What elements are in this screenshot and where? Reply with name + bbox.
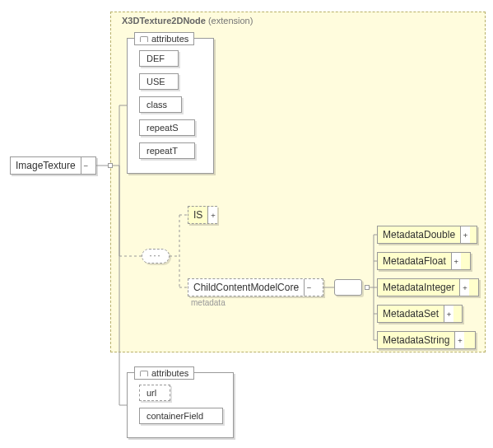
connector-stub [108,163,113,168]
node-child-content-model-core[interactable]: ChildContentModelCore − [188,278,323,296]
expand-handle[interactable]: + [460,226,470,243]
metadata-note: metadata [191,298,226,307]
node-metadata-integer-label: MetadataInteger [378,279,459,296]
collapse-handle[interactable]: − [304,279,314,296]
node-image-texture[interactable]: ImageTexture − [10,156,96,175]
attributes-group-title: attributes [134,32,194,45]
node-metadata-string-label: MetadataString [378,332,454,348]
schema-diagram: X3DTexture2DNode (extension) ImageTextur… [0,0,493,448]
choice-icon [337,282,360,294]
attributes-group-title: attributes [134,366,194,380]
expand-handle[interactable]: + [454,332,464,348]
collapse-handle[interactable]: − [81,157,91,174]
node-is[interactable]: IS + [188,206,217,224]
expand-handle[interactable]: + [459,279,469,296]
attr-use[interactable]: USE [139,73,179,90]
node-is-label: IS [188,207,207,223]
node-metadata-set-label: MetadataSet [378,306,444,322]
attr-repeatt[interactable]: repeatT [139,142,195,159]
sequence-indicator [142,249,170,264]
node-metadata-string[interactable]: MetadataString + [377,331,476,349]
attributes-group-extension: attributes DEF USE class repeatS repeatT [127,38,214,174]
attributes-group-local: attributes url containerField [127,372,234,438]
node-metadata-set[interactable]: MetadataSet + [377,305,463,323]
node-metadata-float[interactable]: MetadataFloat + [377,252,471,270]
attr-class[interactable]: class [139,96,182,113]
choice-indicator [334,279,362,296]
expand-handle[interactable]: + [444,306,453,322]
expand-handle[interactable]: + [207,207,217,223]
expand-handle[interactable]: + [451,253,461,269]
node-metadata-double-label: MetadataDouble [378,226,460,243]
choice-expand-stub[interactable] [365,285,370,290]
node-ccmc-label: ChildContentModelCore [188,279,304,296]
node-metadata-float-label: MetadataFloat [378,253,451,269]
attr-url[interactable]: url [139,385,170,401]
extension-title: X3DTexture2DNode (extension) [122,16,253,26]
attr-containerfield[interactable]: containerField [139,408,223,424]
node-metadata-integer[interactable]: MetadataInteger + [377,278,479,296]
node-image-texture-label: ImageTexture [11,157,81,174]
attr-repeats[interactable]: repeatS [139,119,195,136]
attr-def[interactable]: DEF [139,50,179,67]
node-metadata-double[interactable]: MetadataDouble + [377,226,477,244]
